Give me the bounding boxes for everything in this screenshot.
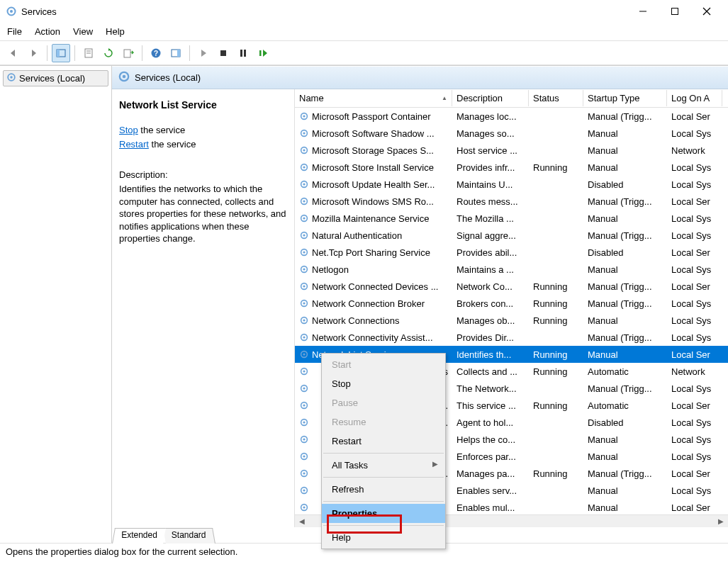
menu-separator: [323, 525, 444, 526]
svg-point-67: [303, 472, 305, 474]
properties-button[interactable]: [79, 44, 98, 62]
svg-point-69: [303, 489, 305, 491]
svg-text:?: ?: [154, 50, 158, 57]
menu-help[interactable]: Help: [322, 528, 445, 547]
menu-file[interactable]: File: [7, 26, 22, 37]
service-row[interactable]: Network ConnectionsManages ob...RunningM…: [295, 312, 728, 329]
pause-service-button[interactable]: [234, 44, 252, 62]
menu-help[interactable]: Help: [106, 26, 125, 37]
svg-rect-18: [244, 50, 246, 57]
stop-suffix: the service: [138, 125, 185, 135]
minimize-button[interactable]: [627, 0, 659, 23]
tab-extended[interactable]: Extended: [112, 528, 166, 544]
service-row[interactable]: Network Connectivity Assist...Provides D…: [295, 329, 728, 346]
svg-point-43: [303, 268, 305, 270]
maximize-button[interactable]: [659, 0, 690, 23]
menu-restart[interactable]: Restart: [322, 432, 445, 451]
column-startup[interactable]: Startup Type: [583, 90, 667, 106]
pane-header: Services (Local): [112, 67, 728, 89]
status-text: Opens the properties dialog box for the …: [6, 546, 237, 557]
menu-separator: [323, 453, 444, 454]
service-row[interactable]: Microsoft Store Install ServiceProvides …: [295, 159, 728, 176]
restart-suffix: the service: [149, 139, 196, 150]
svg-point-45: [303, 285, 305, 287]
svg-point-23: [123, 75, 126, 79]
description-label: Description:: [119, 169, 287, 180]
app-gear-icon: [6, 6, 17, 17]
service-row[interactable]: Network Connected Devices ...Network Co.…: [295, 278, 728, 295]
menu-stop[interactable]: Stop: [322, 374, 445, 393]
svg-point-63: [303, 438, 305, 440]
service-row[interactable]: Net.Tcp Port Sharing ServiceProvides abi…: [295, 244, 728, 261]
window-controls: [627, 0, 722, 23]
service-row[interactable]: Network Connection BrokerBrokers con...R…: [295, 295, 728, 312]
show-hide-console-tree-button[interactable]: [52, 44, 70, 62]
svg-point-59: [303, 404, 305, 406]
svg-point-25: [303, 115, 305, 117]
menu-bar: File Action View Help: [0, 23, 728, 41]
export-list-button[interactable]: [119, 44, 138, 62]
svg-point-65: [303, 455, 305, 457]
svg-rect-16: [220, 50, 226, 56]
chevron-right-icon: ▶: [432, 460, 438, 468]
service-row[interactable]: Microsoft Passport ContainerManages loc.…: [295, 108, 728, 125]
service-row[interactable]: Microsoft Update Health Ser...Maintains …: [295, 176, 728, 193]
scroll-left-icon[interactable]: ◀: [296, 516, 308, 527]
tree-root-item[interactable]: Services (Local): [3, 70, 108, 86]
svg-point-47: [303, 302, 305, 304]
restart-link[interactable]: Restart: [119, 139, 149, 150]
tree-pane: Services (Local): [0, 66, 112, 543]
stop-link[interactable]: Stop: [119, 125, 138, 135]
action-pane-button[interactable]: [167, 44, 185, 62]
forward-button[interactable]: [24, 44, 43, 62]
svg-rect-7: [57, 50, 60, 57]
sort-asc-icon: ▲: [442, 95, 447, 101]
svg-point-33: [303, 183, 305, 185]
menu-resume: Resume: [322, 412, 445, 432]
svg-point-53: [303, 353, 305, 355]
menu-action[interactable]: Action: [35, 26, 60, 37]
svg-rect-11: [124, 50, 130, 57]
column-description[interactable]: Description: [452, 90, 529, 106]
service-row[interactable]: Microsoft Windows SMS Ro...Routes mess..…: [295, 193, 728, 210]
svg-point-51: [303, 336, 305, 338]
back-button[interactable]: [4, 44, 23, 62]
service-row[interactable]: Mozilla Maintenance ServiceThe Mozilla .…: [295, 210, 728, 227]
svg-point-29: [303, 149, 305, 151]
service-row[interactable]: Natural AuthenticationSignal aggre...Man…: [295, 227, 728, 244]
svg-rect-19: [259, 50, 262, 56]
svg-point-61: [303, 421, 305, 423]
restart-service-button[interactable]: [254, 44, 272, 62]
scroll-right-icon[interactable]: ▶: [715, 516, 727, 527]
service-row[interactable]: Microsoft Software Shadow ...Manages so.…: [295, 125, 728, 142]
menu-view[interactable]: View: [73, 26, 93, 37]
service-row[interactable]: Microsoft Storage Spaces S...Host servic…: [295, 142, 728, 159]
svg-point-39: [303, 234, 305, 236]
tab-standard[interactable]: Standard: [163, 528, 215, 544]
tree-root-label: Services (Local): [19, 73, 85, 84]
toolbar: ?: [0, 41, 728, 65]
help-button[interactable]: ?: [147, 44, 165, 62]
svg-point-27: [303, 132, 305, 134]
menu-refresh[interactable]: Refresh: [322, 480, 445, 499]
stop-service-button[interactable]: [214, 44, 233, 62]
window-title: Services: [21, 6, 57, 17]
context-menu: Start Stop Pause Resume Restart All Task…: [321, 353, 446, 549]
menu-pause: Pause: [322, 393, 445, 412]
svg-point-49: [303, 319, 305, 321]
list-header: Name▲ Description Status Startup Type Lo…: [295, 89, 728, 108]
column-name[interactable]: Name▲: [295, 90, 452, 106]
service-row[interactable]: NetlogonMaintains a ...ManualLocal Sys: [295, 261, 728, 278]
close-button[interactable]: [690, 0, 722, 23]
refresh-button[interactable]: [99, 44, 118, 62]
start-service-button[interactable]: [194, 44, 213, 62]
description-pane: Network List Service Stop the service Re…: [112, 89, 295, 527]
column-logon[interactable]: Log On A: [667, 90, 722, 106]
menu-properties[interactable]: Properties: [322, 504, 445, 523]
column-status[interactable]: Status: [529, 90, 583, 106]
pane-header-label: Services (Local): [135, 72, 201, 83]
svg-point-41: [303, 251, 305, 253]
svg-rect-3: [671, 9, 678, 15]
svg-rect-17: [240, 50, 242, 57]
menu-all-tasks[interactable]: All Tasks▶: [322, 456, 445, 475]
